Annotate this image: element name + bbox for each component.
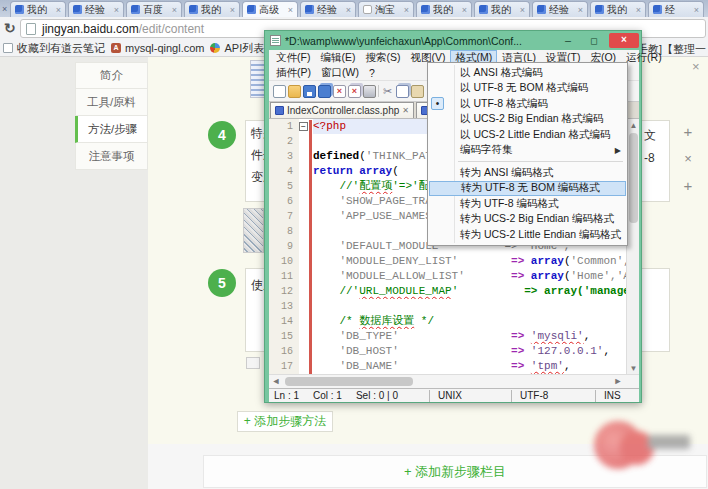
browser-tab[interactable]: 我的× (590, 1, 646, 17)
menu-item[interactable]: 搜索(S) (360, 50, 405, 66)
menu-item[interactable]: 插件(P) (271, 65, 316, 81)
tab-close-icon[interactable]: × (56, 5, 61, 15)
line-number: 12 (269, 284, 299, 299)
code-token: URL_MODULE_MAP (359, 285, 451, 297)
move-step-icon[interactable]: + (678, 123, 698, 140)
sidebar-item[interactable]: 方法/步骤 (75, 116, 148, 143)
dropdown-menu-item[interactable]: 转为 ANSI 编码格式 (428, 165, 627, 181)
code-token (524, 360, 531, 372)
baidu-favicon (479, 5, 488, 14)
code-token: => (511, 345, 524, 357)
step-image-thumbnail[interactable] (243, 208, 264, 253)
editor-tab[interactable]: IndexController.class.php ✕ (270, 102, 414, 118)
code-text: 'DB_NAME' => 'tpm', / (313, 359, 639, 374)
minimize-button[interactable]: – (557, 35, 579, 46)
close-button[interactable]: × (609, 33, 639, 48)
window-title-bar[interactable]: *D:\wamp\www\yunfeichaxun\App\Common\Con… (265, 31, 641, 50)
tab-close-icon[interactable]: × (288, 5, 293, 15)
dropdown-menu-item[interactable]: 转为 UTF-8 编码格式 (428, 196, 627, 212)
menu-item[interactable]: 编辑(E) (315, 50, 360, 66)
close-icon[interactable]: × (692, 59, 700, 74)
code-line: 15 'DB_TYPE' => 'mysqli', / (269, 329, 639, 344)
step-number-badge: 5 (208, 269, 236, 297)
tab-close-icon[interactable]: × (114, 5, 119, 15)
browser-tab[interactable]: 高级× (242, 1, 298, 17)
tab-close-icon[interactable]: × (636, 5, 641, 15)
save-icon[interactable] (303, 85, 316, 98)
dropdown-menu-item[interactable]: 转为 UCS-2 Big Endian 编码格式 (428, 212, 627, 228)
dropdown-menu-item[interactable]: 以 UCS-2 Little Endian 格式编码 (428, 127, 627, 143)
maximize-button[interactable]: □ (583, 35, 605, 46)
tab-close-icon[interactable]: × (230, 5, 235, 15)
browser-tab[interactable]: 淘宝× (358, 1, 414, 17)
code-text: 'MODULE_ALLOW_LIST' => array('Home','Adm… (313, 269, 639, 284)
code-token: => (511, 360, 524, 372)
tab-close-icon[interactable]: × (462, 5, 467, 15)
open-folder-icon[interactable] (288, 85, 301, 98)
code-token: 配置项 (359, 180, 392, 192)
tab-close-icon[interactable]: × (346, 5, 351, 15)
file-saved-icon (275, 106, 284, 115)
line-number: 5 (269, 179, 299, 194)
tab-close-icon[interactable]: ✕ (402, 106, 409, 115)
sidebar-item[interactable]: 简介 (75, 62, 148, 89)
browser-tab[interactable]: 经验× (300, 1, 356, 17)
sidebar-item[interactable]: 注意事项 (75, 143, 148, 170)
line-number: 3 (269, 149, 299, 164)
tab-close-icon[interactable]: × (520, 5, 525, 15)
dropdown-menu-item[interactable]: 转为 UCS-2 Little Endian 编码格式 (428, 227, 627, 243)
sidebar-item[interactable]: 工具/原料 (75, 89, 148, 116)
print-icon[interactable] (363, 85, 376, 98)
reload-icon[interactable]: ↻ (4, 20, 16, 36)
delete-step-icon[interactable]: × (678, 151, 698, 166)
browser-tab[interactable]: 我的× (10, 1, 66, 17)
browser-tab[interactable]: 我的× (474, 1, 530, 17)
tab-close-icon[interactable]: × (404, 5, 409, 15)
menu-item[interactable]: ? (364, 66, 380, 80)
close-all-icon[interactable]: × (348, 85, 361, 98)
tab-close-icon[interactable]: × (172, 5, 177, 15)
menu-item[interactable]: 文件(F) (271, 50, 315, 66)
cut-icon[interactable]: ✂ (381, 85, 394, 98)
code-text: 'DB_HOST' => '127.0.0.1', / (313, 344, 639, 359)
tab-label: 经 (665, 3, 691, 17)
dropdown-menu-item[interactable]: 以 UTF-8 无 BOM 格式编码 (428, 81, 627, 97)
paste-icon[interactable] (411, 85, 424, 98)
browser-tab[interactable]: 经验× (532, 1, 588, 17)
code-token: ' (452, 285, 525, 297)
add-step-icon[interactable]: + (678, 177, 698, 194)
tab-close-icon[interactable]: × (578, 5, 583, 15)
browser-tab[interactable]: 百度× (126, 1, 182, 17)
code-token: //' (313, 285, 359, 297)
menu-separator (428, 158, 627, 165)
dropdown-menu-item[interactable]: 转为 UTF-8 无 BOM 编码格式 (429, 181, 626, 197)
dropdown-item-label: 以 UTF-8 格式编码 (460, 97, 548, 111)
close-file-icon[interactable]: × (333, 85, 346, 98)
browser-tab[interactable]: 经× (648, 1, 704, 17)
browser-tab[interactable]: 我的× (184, 1, 240, 17)
bookmark-item[interactable]: Amysql-qingl.com (111, 42, 204, 54)
code-token (399, 360, 511, 372)
code-line: 11 'MODULE_ALLOW_LIST' => array('Home','… (269, 269, 639, 284)
insert-image-icon[interactable] (246, 357, 260, 369)
add-step-button[interactable]: + 添加步骤方法 (237, 411, 333, 432)
api-icon (210, 43, 220, 53)
menu-item[interactable]: 窗口(W) (316, 65, 364, 81)
new-file-icon[interactable] (273, 85, 286, 98)
baidu-favicon (421, 5, 430, 14)
copy-icon[interactable] (396, 85, 409, 98)
code-line: 13 (269, 299, 639, 314)
bookmark-item[interactable]: 收藏到有道云笔记 (3, 41, 105, 56)
browser-tab[interactable]: 我的× (416, 1, 472, 17)
tab-close-icon[interactable]: × (694, 5, 699, 15)
dropdown-menu-item[interactable]: •以 UTF-8 格式编码 (428, 96, 627, 112)
dropdown-menu-item[interactable]: 以 ANSI 格式编码 (428, 65, 627, 81)
code-token: => array('manage (524, 285, 630, 297)
horizontal-scrollbar[interactable]: ◄► (269, 374, 639, 388)
dropdown-menu-item[interactable]: 以 UCS-2 Big Endian 格式编码 (428, 112, 627, 128)
partial-tab-close-icon[interactable]: × (2, 4, 7, 14)
dropdown-menu-item[interactable]: 编码字符集▶ (428, 143, 627, 159)
save-all-icon[interactable] (318, 85, 331, 98)
fold-marker-icon[interactable]: − (299, 122, 308, 131)
browser-tab[interactable]: 经验× (68, 1, 124, 17)
